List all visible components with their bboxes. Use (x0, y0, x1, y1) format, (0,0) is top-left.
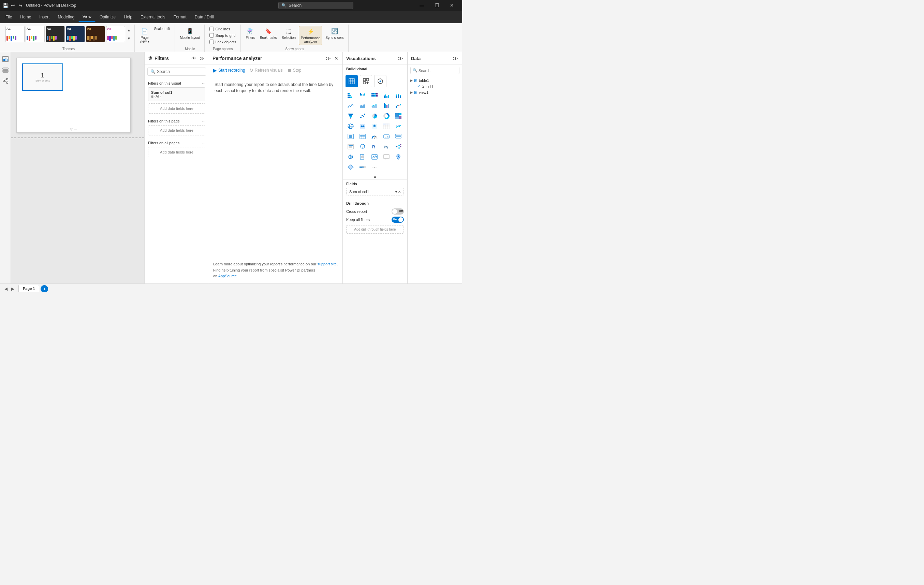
restore-button[interactable]: ❐ (429, 0, 444, 11)
scale-to-fit-button[interactable]: Scale to fit (152, 26, 172, 32)
menu-file[interactable]: File (2, 13, 16, 21)
field-chip-remove-icon[interactable]: ✕ (398, 190, 401, 194)
viz-table-btn[interactable] (345, 75, 358, 87)
themes-more-btn[interactable]: ▲ ▼ (126, 26, 132, 42)
menu-format[interactable]: Format (170, 13, 191, 21)
viz-ai-visuals-btn[interactable] (374, 75, 386, 87)
filters-search-box[interactable]: 🔍 (147, 68, 206, 76)
report-canvas[interactable]: 1 Sum of col1 ▽ ··· (16, 58, 130, 133)
next-page-btn[interactable]: ▶ (10, 286, 16, 292)
viz-metrics[interactable] (370, 152, 380, 162)
viz-card[interactable]: 123 (381, 132, 391, 141)
menu-optimize[interactable]: Optimize (96, 13, 120, 21)
viz-narrative[interactable] (381, 152, 391, 162)
viz-more[interactable]: ··· (370, 162, 380, 172)
viz-clustered-bar[interactable] (358, 91, 368, 100)
viz-decomp-tree[interactable] (393, 142, 404, 152)
mobile-layout-button[interactable]: 📱 Mobile layout (178, 26, 202, 41)
theme-6[interactable]: Aa (106, 26, 125, 42)
add-page-button[interactable]: + (41, 285, 48, 292)
viz-smart-narrative[interactable] (345, 142, 356, 152)
viz-treemap[interactable] (393, 111, 404, 121)
field-chip-dropdown-icon[interactable]: ▾ (395, 190, 397, 194)
viz-scatter[interactable] (358, 111, 368, 121)
viz-stacked-bar[interactable] (345, 91, 356, 100)
viz-diamond[interactable] (345, 162, 356, 172)
appsource-link[interactable]: AppSource (218, 274, 237, 278)
snap-to-grid-checkbox[interactable]: Snap to grid (208, 32, 237, 38)
filters-expand-icon[interactable]: ≫ (199, 55, 205, 62)
filters-search-input[interactable] (157, 69, 203, 74)
viz-table[interactable] (358, 132, 368, 141)
viz-line-area[interactable] (370, 101, 380, 111)
gridlines-input[interactable] (210, 26, 214, 31)
viz-paginated-report[interactable] (358, 152, 368, 162)
viz-clustered-column[interactable] (381, 91, 391, 100)
selection-button[interactable]: ⬚ Selection (280, 26, 297, 41)
viz-icon-map[interactable] (393, 152, 404, 162)
viz-map[interactable] (345, 121, 356, 131)
filter-card-sum-col1[interactable]: Sum of col1 is (All) (148, 87, 205, 101)
page-view-button[interactable]: 📄 Pageview ▾ (138, 26, 151, 45)
sidebar-model-icon[interactable] (2, 77, 10, 85)
menu-home[interactable]: Home (16, 13, 35, 21)
minimize-button[interactable]: — (414, 0, 429, 11)
canvas-area[interactable]: 1 Sum of col1 ▽ ··· (11, 52, 144, 283)
lock-objects-checkbox[interactable]: Lock objects (208, 39, 238, 45)
bookmarks-button[interactable]: 🔖 Bookmarks (258, 26, 279, 41)
sync-slicers-button[interactable]: 🔄 Sync slicers (324, 26, 345, 41)
add-visual-fields-box[interactable]: Add data fields here (148, 103, 205, 114)
data-search-box[interactable]: 🔍 (410, 67, 459, 74)
viz-multirow-card[interactable] (393, 132, 404, 141)
menu-insert[interactable]: Insert (35, 13, 54, 21)
viz-add-visual-btn[interactable] (360, 75, 372, 87)
menu-view[interactable]: View (78, 12, 96, 22)
filters-on-visual-more[interactable]: ··· (202, 81, 205, 85)
viz-kpi[interactable]: KPI (393, 121, 404, 131)
refresh-visuals-button[interactable]: ↻ Refresh visuals (249, 68, 283, 73)
viz-filled-map[interactable] (358, 121, 368, 131)
viz-ribbon-chart[interactable] (381, 101, 391, 111)
snap-to-grid-input[interactable] (210, 33, 214, 38)
viz-line-chart[interactable] (345, 101, 356, 111)
gridlines-checkbox[interactable]: Gridlines (208, 26, 231, 32)
performance-analyzer-button[interactable]: ⚡ Performanceanalyzer (299, 26, 322, 45)
drill-add-fields-box[interactable]: Add drill-through fields here (346, 225, 404, 234)
redo-icon[interactable]: ↪ (18, 3, 23, 8)
prev-page-btn[interactable]: ◀ (3, 286, 9, 292)
viz-qna[interactable]: ? (358, 142, 368, 152)
viz-python-visual[interactable]: Py (381, 142, 391, 152)
close-button[interactable]: ✕ (444, 0, 459, 11)
viz-pie-chart[interactable] (370, 111, 380, 121)
theme-2[interactable]: Aa (26, 26, 45, 42)
add-all-fields-box[interactable]: Add data fields here (148, 147, 205, 157)
data-search-input[interactable] (419, 69, 457, 73)
menu-data-drill[interactable]: Data / Drill (191, 13, 218, 21)
menu-help[interactable]: Help (120, 13, 137, 21)
viz-key-influencers[interactable] (345, 152, 356, 162)
viz-expand-btn[interactable]: ≫ (398, 55, 404, 62)
menu-external-tools[interactable]: External tools (137, 13, 170, 21)
filters-on-all-more[interactable]: ··· (202, 141, 205, 145)
viz-100-stacked-bar[interactable] (370, 91, 380, 100)
theme-4[interactable]: Aa (66, 26, 85, 42)
viz-waterfall[interactable] (393, 101, 404, 111)
stop-button[interactable]: ⏹ Stop (287, 68, 302, 73)
field-chip-sum-col1[interactable]: Sum of col1 ▾ ✕ (346, 188, 404, 195)
start-recording-button[interactable]: ▶ Start recording (213, 68, 245, 73)
sidebar-report-icon[interactable] (2, 55, 10, 63)
filters-hide-filter-icon[interactable]: 👁 (191, 55, 197, 62)
viz-funnel[interactable] (345, 111, 356, 121)
viz-grid-collapse[interactable]: ▲ (343, 173, 407, 179)
viz-bullet[interactable] (358, 162, 368, 172)
page-visual[interactable]: 1 Sum of col1 (22, 63, 63, 91)
data-tree-view1[interactable]: ▶ ⊞ view1 (410, 89, 459, 96)
data-tree-table1[interactable]: ▶ ⊞ table1 (410, 78, 459, 84)
sidebar-data-icon[interactable] (2, 66, 10, 74)
data-tree-col1[interactable]: ✓ Σ col1 (410, 84, 459, 89)
viz-slicer[interactable] (345, 132, 356, 141)
theme-3[interactable]: Aa (46, 26, 65, 42)
filters-on-page-more[interactable]: ··· (202, 119, 205, 123)
global-search-box[interactable]: 🔍 Search (278, 2, 353, 9)
save-icon[interactable]: 💾 (3, 3, 8, 8)
